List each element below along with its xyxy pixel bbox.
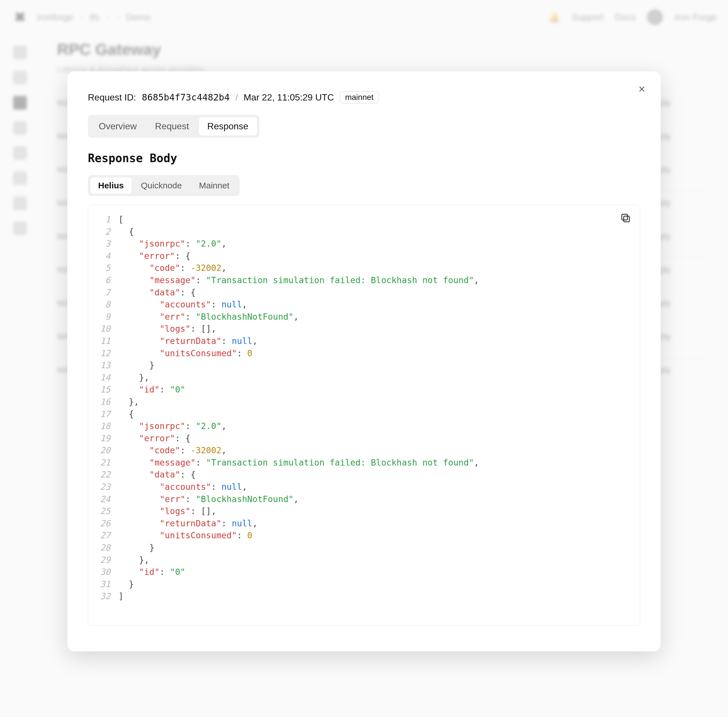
code-line: 9 "err": "BlockhashNotFound",	[98, 311, 630, 323]
code-line: 5 "code": -32002,	[98, 262, 630, 274]
request-id-value: 8685b4f73c4482b4	[142, 92, 230, 103]
subtab-quicknode[interactable]: Quicknode	[133, 177, 190, 194]
response-subtabs: Helius Quicknode Mainnet	[88, 175, 240, 196]
modal-tabs: Overview Request Response	[88, 115, 259, 138]
svg-rect-1	[622, 214, 627, 220]
request-id-label: Request ID:	[88, 92, 136, 103]
code-line: 8 "accounts": null,	[98, 299, 630, 311]
copy-icon	[620, 212, 631, 224]
code-line: 1[	[98, 214, 630, 226]
response-modal: Request ID: 8685b4f73c4482b4 / Mar 22, 1…	[67, 71, 661, 651]
code-line: 32]	[98, 590, 630, 603]
subtab-mainnet[interactable]: Mainnet	[191, 177, 238, 194]
response-codebox: 1[2 {3 "jsonrpc": "2.0",4 "error": {5 "c…	[88, 204, 640, 625]
separator: /	[235, 92, 238, 103]
code-line: 21 "message": "Transaction simulation fa…	[98, 457, 630, 469]
code-line: 11 "returnData": null,	[98, 335, 630, 347]
tab-response[interactable]: Response	[199, 117, 257, 136]
code-line: 29 },	[98, 554, 630, 566]
code-line: 23 "accounts": null,	[98, 481, 630, 493]
code-line: 15 "id": "0"	[98, 384, 630, 396]
close-button[interactable]	[635, 83, 648, 95]
section-title: Response Body	[88, 151, 640, 165]
code-line: 19 "error": {	[98, 432, 630, 445]
code-line: 31 }	[98, 578, 630, 590]
request-line: Request ID: 8685b4f73c4482b4 / Mar 22, 1…	[88, 92, 640, 103]
code-line: 24 "err": "BlockhashNotFound",	[98, 493, 630, 505]
code-line: 14 },	[98, 372, 630, 384]
copy-button[interactable]	[620, 212, 631, 224]
code-line: 10 "logs": [],	[98, 323, 630, 335]
code-line: 6 "message": "Transaction simulation fai…	[98, 274, 630, 287]
network-chip: mainnet	[340, 92, 379, 103]
request-date: Mar 22, 11:05:29 UTC	[244, 92, 334, 103]
svg-rect-0	[624, 216, 629, 222]
code-line: 28 }	[98, 542, 630, 554]
close-icon	[637, 84, 646, 94]
code-line: 30 "id": "0"	[98, 566, 630, 578]
code-line: 25 "logs": [],	[98, 505, 630, 517]
code-line: 22 "data": {	[98, 469, 630, 481]
code-line: 12 "unitsConsumed": 0	[98, 347, 630, 360]
code-line: 17 {	[98, 408, 630, 420]
modal-overlay: Request ID: 8685b4f73c4482b4 / Mar 22, 1…	[0, 0, 728, 717]
code-line: 27 "unitsConsumed": 0	[98, 529, 630, 542]
code-line: 2 {	[98, 226, 630, 238]
code-line: 20 "code": -32002,	[98, 444, 630, 457]
code-line: 16 },	[98, 396, 630, 408]
code-line: 18 "jsonrpc": "2.0",	[98, 420, 630, 432]
tab-overview[interactable]: Overview	[90, 117, 145, 136]
code-line: 13 }	[98, 359, 630, 372]
code-line: 7 "data": {	[98, 287, 630, 299]
code-line: 4 "error": {	[98, 250, 630, 262]
code-lines: 1[2 {3 "jsonrpc": "2.0",4 "error": {5 "c…	[98, 214, 630, 603]
subtab-helius[interactable]: Helius	[90, 177, 132, 194]
code-line: 3 "jsonrpc": "2.0",	[98, 238, 630, 250]
code-line: 26 "returnData": null,	[98, 517, 630, 530]
tab-request[interactable]: Request	[146, 117, 197, 136]
